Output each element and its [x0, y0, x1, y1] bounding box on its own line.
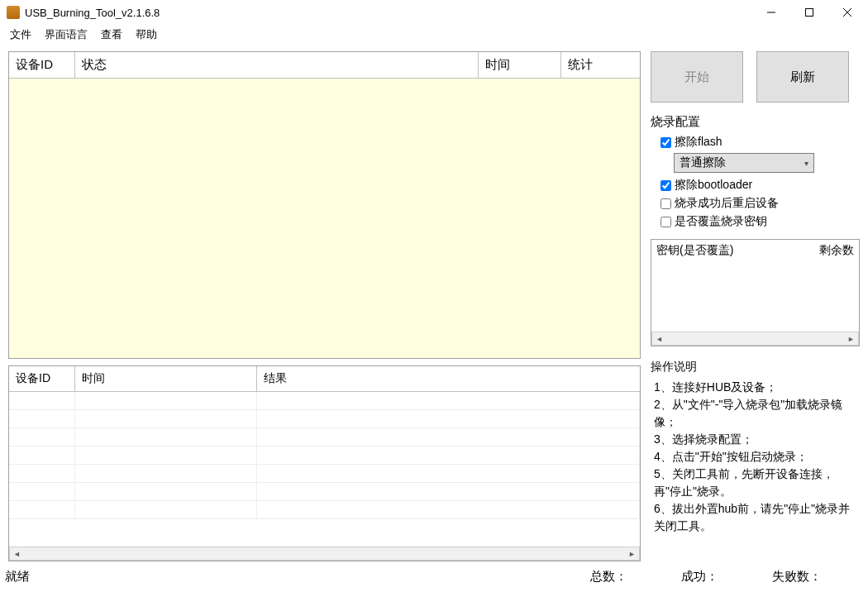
chevron-down-icon: ▾: [804, 159, 808, 168]
menubar: 文件 界面语言 查看 帮助: [0, 25, 868, 45]
device-status-header: 设备ID 状态 时间 统计: [9, 52, 640, 79]
device-status-table: 设备ID 状态 时间 统计: [8, 51, 641, 359]
table-row: [9, 483, 640, 501]
log-header: 设备ID 时间 结果: [9, 366, 640, 392]
instruction-line: 2、从"文件"-"导入烧录包"加载烧录镜像；: [651, 396, 860, 431]
instructions-panel: 操作说明 1、连接好HUB及设备； 2、从"文件"-"导入烧录包"加载烧录镜像；…: [651, 355, 860, 561]
svg-rect-1: [806, 9, 813, 17]
key-scrollbar[interactable]: ◄ ►: [651, 332, 859, 346]
table-row: [9, 410, 640, 428]
start-button[interactable]: 开始: [651, 51, 743, 103]
menu-view[interactable]: 查看: [94, 26, 129, 44]
instruction-line: 4、点击"开始"按钮启动烧录；: [651, 448, 860, 465]
table-row: [9, 428, 640, 446]
statusbar: 就绪 总数： 成功： 失败数：: [0, 565, 868, 588]
log-scrollbar[interactable]: ◄ ►: [9, 547, 640, 561]
maximize-button[interactable]: [790, 0, 828, 25]
menu-language[interactable]: 界面语言: [38, 26, 94, 44]
table-row: [9, 501, 640, 519]
close-icon: [843, 8, 851, 17]
refresh-button[interactable]: 刷新: [756, 51, 849, 103]
overwrite-key-label: 是否覆盖烧录密钥: [675, 214, 767, 229]
key-table-body[interactable]: [651, 261, 859, 332]
minimize-icon: [767, 8, 775, 17]
log-body[interactable]: [9, 392, 640, 547]
titlebar: USB_Burning_Tool_v2.1.6.8: [0, 0, 868, 25]
log-table: 设备ID 时间 结果 ◄ ►: [8, 365, 641, 561]
key-table-header: 密钥(是否覆盖) 剩余数: [651, 240, 859, 261]
instructions-title: 操作说明: [651, 358, 860, 375]
key-col-name[interactable]: 密钥(是否覆盖): [656, 243, 819, 258]
overwrite-key-checkbox[interactable]: 是否覆盖烧录密钥: [651, 212, 860, 231]
reboot-after-input[interactable]: [661, 198, 671, 209]
close-button[interactable]: [828, 0, 866, 25]
main-content: 设备ID 状态 时间 统计 设备ID 时间 结果: [0, 45, 868, 565]
reboot-after-label: 烧录成功后重启设备: [675, 196, 779, 211]
col-time[interactable]: 时间: [479, 52, 561, 78]
instruction-line: 5、关闭工具前，先断开设备连接，再"停止"烧录。: [651, 465, 860, 500]
key-col-remaining[interactable]: 剩余数: [819, 243, 854, 258]
overwrite-key-input[interactable]: [661, 217, 671, 227]
scroll-track[interactable]: [666, 332, 844, 345]
status-total: 总数：: [590, 569, 681, 585]
col-status[interactable]: 状态: [75, 52, 479, 78]
app-icon: [7, 6, 20, 19]
table-row: [9, 465, 640, 483]
instruction-line: 3、选择烧录配置；: [651, 431, 860, 448]
table-row: [9, 446, 640, 465]
scroll-left-icon[interactable]: ◄: [10, 547, 24, 560]
minimize-button[interactable]: [752, 0, 790, 25]
erase-bootloader-input[interactable]: [661, 180, 671, 191]
maximize-icon: [805, 8, 813, 17]
window-controls: [752, 0, 866, 25]
table-row: [9, 392, 640, 410]
scroll-track[interactable]: [24, 547, 625, 560]
erase-flash-checkbox[interactable]: 擦除flash: [651, 133, 860, 151]
menu-help[interactable]: 帮助: [129, 26, 164, 44]
col-stats[interactable]: 统计: [561, 52, 640, 78]
menu-file[interactable]: 文件: [3, 26, 38, 44]
log-col-device-id[interactable]: 设备ID: [9, 366, 75, 391]
erase-bootloader-checkbox[interactable]: 擦除bootloader: [651, 176, 860, 194]
erase-mode-select[interactable]: 普通擦除 ▾: [674, 153, 814, 173]
scroll-right-icon[interactable]: ►: [844, 332, 858, 345]
status-success: 成功：: [681, 569, 772, 585]
action-buttons: 开始 刷新: [651, 51, 860, 103]
right-column: 开始 刷新 烧录配置 擦除flash 普通擦除 ▾ 擦除bootloader 烧…: [651, 51, 860, 561]
erase-bootloader-label: 擦除bootloader: [675, 178, 752, 193]
status-ready: 就绪: [5, 569, 590, 585]
left-column: 设备ID 状态 时间 统计 设备ID 时间 结果: [8, 51, 641, 561]
instruction-line: 6、拔出外置hub前，请先"停止"烧录并关闭工具。: [651, 500, 860, 535]
erase-flash-input[interactable]: [661, 137, 671, 148]
key-table: 密钥(是否覆盖) 剩余数 ◄ ►: [651, 239, 860, 346]
status-fail: 失败数：: [772, 569, 863, 585]
scroll-right-icon[interactable]: ►: [625, 547, 639, 560]
device-status-body[interactable]: [9, 79, 640, 358]
reboot-after-checkbox[interactable]: 烧录成功后重启设备: [651, 194, 860, 212]
scroll-left-icon[interactable]: ◄: [652, 332, 666, 345]
erase-mode-value: 普通擦除: [680, 155, 726, 170]
instruction-line: 1、连接好HUB及设备；: [651, 379, 860, 396]
log-col-result[interactable]: 结果: [257, 366, 640, 391]
burn-config-title: 烧录配置: [651, 114, 860, 130]
log-col-time[interactable]: 时间: [75, 366, 257, 391]
col-device-id[interactable]: 设备ID: [9, 52, 75, 78]
erase-flash-label: 擦除flash: [675, 135, 723, 150]
window-title: USB_Burning_Tool_v2.1.6.8: [25, 7, 160, 19]
